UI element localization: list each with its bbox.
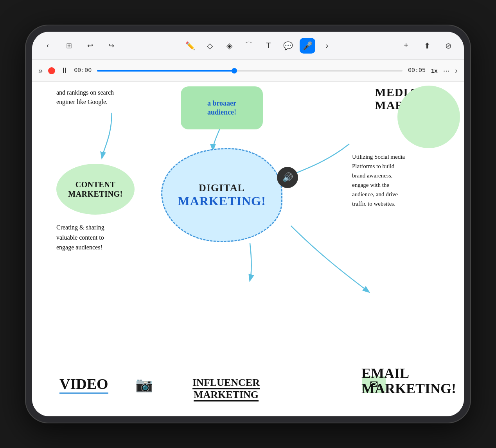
plus-icon: + <box>404 41 408 50</box>
toolbar-center: ✏️ ◇ ◈ ⌒ T 💬 🎤 <box>122 38 395 54</box>
redo-button[interactable]: ↪ <box>103 38 119 54</box>
speaker-icon: 🔊 <box>282 172 293 183</box>
back-button[interactable]: ‹ <box>40 38 56 54</box>
lasso-button[interactable]: ⌒ <box>241 38 257 54</box>
tablet-device: ‹ ⊞ ↩ ↪ ✏️ ◇ ◈ <box>25 25 471 423</box>
media-marketing-bubble <box>397 86 460 148</box>
tablet-screen: ‹ ⊞ ↩ ↪ ✏️ ◇ ◈ <box>32 32 464 416</box>
next-button[interactable]: › <box>455 66 458 75</box>
toolbar-left: ‹ ⊞ ↩ ↪ <box>40 38 119 54</box>
eraser-button[interactable]: ◇ <box>202 38 217 54</box>
content-marketing-label: CONTENTMARKETING! <box>68 180 122 199</box>
mic-icon: 🎤 <box>303 41 313 50</box>
text-button[interactable]: T <box>261 38 276 54</box>
digital-label: DIGITAL <box>199 182 245 194</box>
redo-icon: ↪ <box>108 41 114 50</box>
back-icon: ‹ <box>47 41 49 50</box>
more-options-button[interactable]: ··· <box>443 66 450 75</box>
grid-icon: ⊞ <box>66 41 72 50</box>
toolbar: ‹ ⊞ ↩ ↪ ✏️ ◇ ◈ <box>32 32 464 60</box>
video-label: VIDEO <box>59 375 108 394</box>
sound-button[interactable]: 🔊 <box>277 167 298 188</box>
time-current: 00:00 <box>74 67 92 74</box>
chevron-right-icon: › <box>326 41 329 50</box>
playback-speed[interactable]: 1x <box>431 67 438 74</box>
record-indicator <box>48 67 55 74</box>
toolbar-right: + ⬆ ⊘ <box>398 38 456 54</box>
video-camera-icon: 📷 <box>135 376 153 393</box>
expand-icon[interactable]: » <box>38 66 43 75</box>
progress-fill <box>97 70 234 72</box>
pen-button[interactable]: ✏️ <box>182 38 198 54</box>
more-tools-button[interactable]: › <box>319 38 335 54</box>
eraser-icon: ◇ <box>207 41 213 50</box>
digital-marketing-bubble: DIGITAL MARKETING! <box>161 148 282 242</box>
share-icon: ⬆ <box>424 41 431 50</box>
content-marketing-bubble: CONTENTMARKETING! <box>56 164 135 215</box>
time-total: 00:05 <box>408 67 426 74</box>
comment-icon: 💬 <box>283 41 293 50</box>
social-media-description: Utilizing Social media Platforms to buil… <box>352 152 458 208</box>
lasso-icon: ⌒ <box>245 40 253 51</box>
influencer-marketing-label: INFLUENCER MARKETING <box>192 376 260 401</box>
pen-icon: ✏️ <box>185 41 195 50</box>
progress-thumb <box>232 68 237 73</box>
text-icon: T <box>266 41 271 50</box>
marketing-label: MARKETING! <box>178 194 266 208</box>
mic-button[interactable]: 🎤 <box>300 38 315 54</box>
undo-button[interactable]: ↩ <box>82 38 98 54</box>
canvas-area[interactable]: and rankings on search enginer like Goog… <box>32 82 464 416</box>
share-button[interactable]: ⬆ <box>419 38 435 54</box>
clear-button[interactable]: ⊘ <box>440 38 456 54</box>
shape-button[interactable]: ◈ <box>221 38 237 54</box>
comment-button[interactable]: 💬 <box>280 38 296 54</box>
seo-text: and rankings on search enginer like Goog… <box>56 88 114 107</box>
broader-audience-bubble: a broaaer audience! <box>181 86 263 129</box>
progress-track[interactable] <box>97 70 403 72</box>
undo-icon: ↩ <box>87 41 93 50</box>
creating-text: Creating & sharingvaluable content toeng… <box>56 222 104 253</box>
grid-button[interactable]: ⊞ <box>61 38 77 54</box>
playback-bar: » ⏸ 00:00 00:05 1x ··· › <box>32 60 464 82</box>
shape-icon: ◈ <box>226 41 232 50</box>
broader-audience-label: a broaaer audience! <box>207 99 236 117</box>
pause-button[interactable]: ⏸ <box>61 66 68 75</box>
add-button[interactable]: + <box>398 38 414 54</box>
email-marketing-label: EMAIL MARKETING! <box>361 366 456 397</box>
slash-circle-icon: ⊘ <box>445 41 452 50</box>
